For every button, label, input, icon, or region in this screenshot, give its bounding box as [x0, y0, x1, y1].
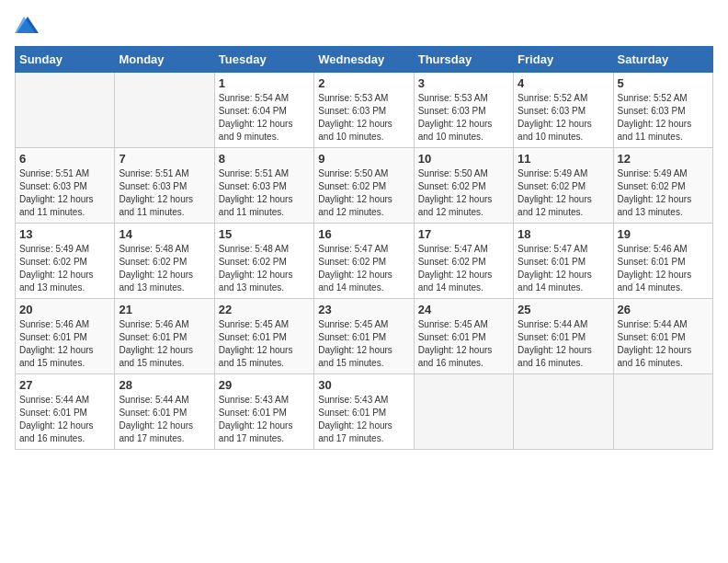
- day-info: Sunrise: 5:49 AM Sunset: 6:02 PM Dayligh…: [19, 243, 110, 294]
- week-row-5: 27Sunrise: 5:44 AM Sunset: 6:01 PM Dayli…: [16, 374, 713, 450]
- day-info: Sunrise: 5:50 AM Sunset: 6:02 PM Dayligh…: [418, 167, 509, 219]
- calendar-cell: 7Sunrise: 5:51 AM Sunset: 6:03 PM Daylig…: [115, 148, 214, 224]
- day-number: 9: [318, 152, 409, 166]
- day-number: 3: [418, 76, 509, 90]
- day-number: 14: [119, 227, 210, 241]
- calendar-header: SundayMondayTuesdayWednesdayThursdayFrid…: [16, 47, 713, 73]
- day-info: Sunrise: 5:44 AM Sunset: 6:01 PM Dayligh…: [19, 394, 110, 445]
- calendar-cell: 15Sunrise: 5:48 AM Sunset: 6:02 PM Dayli…: [214, 224, 313, 299]
- calendar-cell: 28Sunrise: 5:44 AM Sunset: 6:01 PM Dayli…: [115, 374, 214, 450]
- day-number: 25: [518, 303, 609, 316]
- day-info: Sunrise: 5:49 AM Sunset: 6:02 PM Dayligh…: [518, 167, 609, 219]
- calendar-cell: 20Sunrise: 5:46 AM Sunset: 6:01 PM Dayli…: [16, 299, 115, 374]
- day-number: 4: [518, 76, 609, 90]
- day-info: Sunrise: 5:52 AM Sunset: 6:03 PM Dayligh…: [518, 92, 609, 144]
- calendar-cell: 5Sunrise: 5:52 AM Sunset: 6:03 PM Daylig…: [613, 73, 712, 148]
- calendar-cell: 22Sunrise: 5:45 AM Sunset: 6:01 PM Dayli…: [214, 299, 313, 374]
- day-info: Sunrise: 5:43 AM Sunset: 6:01 PM Dayligh…: [318, 394, 409, 445]
- day-number: 24: [418, 303, 509, 316]
- page-header: [15, 15, 713, 35]
- day-info: Sunrise: 5:51 AM Sunset: 6:03 PM Dayligh…: [219, 167, 310, 219]
- week-row-1: 1Sunrise: 5:54 AM Sunset: 6:04 PM Daylig…: [16, 73, 713, 148]
- day-number: 7: [119, 152, 210, 166]
- day-number: 5: [618, 76, 709, 90]
- week-row-4: 20Sunrise: 5:46 AM Sunset: 6:01 PM Dayli…: [16, 299, 713, 374]
- header-cell-monday: Monday: [115, 47, 214, 73]
- calendar-cell: 24Sunrise: 5:45 AM Sunset: 6:01 PM Dayli…: [414, 299, 513, 374]
- day-info: Sunrise: 5:50 AM Sunset: 6:02 PM Dayligh…: [318, 167, 409, 219]
- day-info: Sunrise: 5:44 AM Sunset: 6:01 PM Dayligh…: [618, 318, 709, 370]
- day-info: Sunrise: 5:44 AM Sunset: 6:01 PM Dayligh…: [119, 394, 210, 445]
- day-number: 26: [618, 303, 709, 316]
- day-info: Sunrise: 5:44 AM Sunset: 6:01 PM Dayligh…: [518, 318, 609, 370]
- day-info: Sunrise: 5:47 AM Sunset: 6:01 PM Dayligh…: [518, 243, 609, 294]
- day-info: Sunrise: 5:47 AM Sunset: 6:02 PM Dayligh…: [418, 243, 509, 294]
- calendar-cell: [613, 374, 712, 450]
- calendar-cell: 30Sunrise: 5:43 AM Sunset: 6:01 PM Dayli…: [314, 374, 414, 450]
- header-cell-saturday: Saturday: [613, 47, 712, 73]
- calendar-cell: 18Sunrise: 5:47 AM Sunset: 6:01 PM Dayli…: [514, 224, 613, 299]
- day-number: 16: [318, 227, 409, 241]
- day-info: Sunrise: 5:46 AM Sunset: 6:01 PM Dayligh…: [19, 318, 110, 370]
- header-cell-tuesday: Tuesday: [214, 47, 313, 73]
- week-row-3: 13Sunrise: 5:49 AM Sunset: 6:02 PM Dayli…: [16, 224, 713, 299]
- header-row: SundayMondayTuesdayWednesdayThursdayFrid…: [16, 47, 713, 73]
- day-info: Sunrise: 5:53 AM Sunset: 6:03 PM Dayligh…: [418, 92, 509, 144]
- day-info: Sunrise: 5:45 AM Sunset: 6:01 PM Dayligh…: [318, 318, 409, 370]
- day-number: 12: [618, 152, 709, 166]
- day-info: Sunrise: 5:48 AM Sunset: 6:02 PM Dayligh…: [119, 243, 210, 294]
- day-info: Sunrise: 5:47 AM Sunset: 6:02 PM Dayligh…: [318, 243, 409, 294]
- day-number: 1: [219, 76, 310, 90]
- logo: [15, 15, 44, 35]
- day-number: 27: [19, 378, 110, 392]
- day-info: Sunrise: 5:45 AM Sunset: 6:01 PM Dayligh…: [418, 318, 509, 370]
- day-number: 19: [618, 227, 709, 241]
- day-number: 8: [219, 152, 310, 166]
- week-row-2: 6Sunrise: 5:51 AM Sunset: 6:03 PM Daylig…: [16, 148, 713, 224]
- header-cell-friday: Friday: [514, 47, 613, 73]
- calendar-cell: [414, 374, 513, 450]
- day-info: Sunrise: 5:48 AM Sunset: 6:02 PM Dayligh…: [219, 243, 310, 294]
- day-number: 23: [318, 303, 409, 316]
- day-info: Sunrise: 5:49 AM Sunset: 6:02 PM Dayligh…: [618, 167, 709, 219]
- calendar-cell: [16, 73, 115, 148]
- day-number: 18: [518, 227, 609, 241]
- calendar-cell: 29Sunrise: 5:43 AM Sunset: 6:01 PM Dayli…: [214, 374, 313, 450]
- header-cell-wednesday: Wednesday: [314, 47, 414, 73]
- calendar-cell: 16Sunrise: 5:47 AM Sunset: 6:02 PM Dayli…: [314, 224, 414, 299]
- header-cell-sunday: Sunday: [16, 47, 115, 73]
- calendar-cell: 27Sunrise: 5:44 AM Sunset: 6:01 PM Dayli…: [16, 374, 115, 450]
- day-number: 11: [518, 152, 609, 166]
- calendar-cell: 19Sunrise: 5:46 AM Sunset: 6:01 PM Dayli…: [613, 224, 712, 299]
- day-number: 22: [219, 303, 310, 316]
- calendar-cell: 21Sunrise: 5:46 AM Sunset: 6:01 PM Dayli…: [115, 299, 214, 374]
- header-cell-thursday: Thursday: [414, 47, 513, 73]
- day-info: Sunrise: 5:51 AM Sunset: 6:03 PM Dayligh…: [19, 167, 110, 219]
- calendar-cell: 13Sunrise: 5:49 AM Sunset: 6:02 PM Dayli…: [16, 224, 115, 299]
- day-number: 28: [119, 378, 210, 392]
- day-info: Sunrise: 5:43 AM Sunset: 6:01 PM Dayligh…: [219, 394, 310, 445]
- calendar-table: SundayMondayTuesdayWednesdayThursdayFrid…: [15, 46, 713, 450]
- day-number: 13: [19, 227, 110, 241]
- day-number: 15: [219, 227, 310, 241]
- calendar-cell: 12Sunrise: 5:49 AM Sunset: 6:02 PM Dayli…: [613, 148, 712, 224]
- day-info: Sunrise: 5:52 AM Sunset: 6:03 PM Dayligh…: [618, 92, 709, 144]
- calendar-cell: 17Sunrise: 5:47 AM Sunset: 6:02 PM Dayli…: [414, 224, 513, 299]
- calendar-cell: 9Sunrise: 5:50 AM Sunset: 6:02 PM Daylig…: [314, 148, 414, 224]
- day-info: Sunrise: 5:45 AM Sunset: 6:01 PM Dayligh…: [219, 318, 310, 370]
- day-number: 29: [219, 378, 310, 392]
- day-info: Sunrise: 5:51 AM Sunset: 6:03 PM Dayligh…: [119, 167, 210, 219]
- calendar-cell: [514, 374, 613, 450]
- day-info: Sunrise: 5:46 AM Sunset: 6:01 PM Dayligh…: [618, 243, 709, 294]
- calendar-cell: 25Sunrise: 5:44 AM Sunset: 6:01 PM Dayli…: [514, 299, 613, 374]
- calendar-cell: 26Sunrise: 5:44 AM Sunset: 6:01 PM Dayli…: [613, 299, 712, 374]
- calendar-cell: 3Sunrise: 5:53 AM Sunset: 6:03 PM Daylig…: [414, 73, 513, 148]
- calendar-cell: 11Sunrise: 5:49 AM Sunset: 6:02 PM Dayli…: [514, 148, 613, 224]
- logo-icon: [15, 15, 40, 35]
- day-info: Sunrise: 5:54 AM Sunset: 6:04 PM Dayligh…: [219, 92, 310, 144]
- day-number: 10: [418, 152, 509, 166]
- calendar-cell: 2Sunrise: 5:53 AM Sunset: 6:03 PM Daylig…: [314, 73, 414, 148]
- calendar-cell: 1Sunrise: 5:54 AM Sunset: 6:04 PM Daylig…: [214, 73, 313, 148]
- day-number: 2: [318, 76, 409, 90]
- calendar-cell: [115, 73, 214, 148]
